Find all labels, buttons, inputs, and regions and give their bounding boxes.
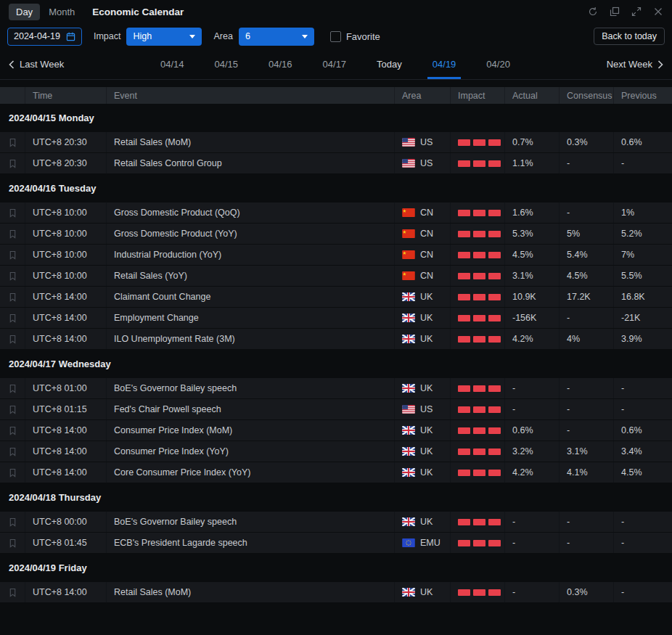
bookmark-icon[interactable] <box>9 208 17 218</box>
date-value: 2024-04-19 <box>14 31 60 41</box>
event-row[interactable]: UTC+8 14:00Claimant Count ChangeUK10.9K1… <box>0 287 672 308</box>
consensus-value: 5.4% <box>559 245 613 265</box>
event-row[interactable]: UTC+8 10:00Gross Domestic Product (YoY)C… <box>0 224 672 245</box>
bookmark-icon[interactable] <box>9 384 17 393</box>
previous-value: 16.8K <box>613 287 672 307</box>
event-time: UTC+8 14:00 <box>25 329 106 349</box>
last-week-button[interactable]: Last Week <box>9 59 64 70</box>
bookmark-icon[interactable] <box>9 468 17 478</box>
event-row[interactable]: UTC+8 01:00BoE's Governor Bailey speechU… <box>0 378 672 399</box>
event-row[interactable]: UTC+8 20:30Retail Sales (MoM)US0.7%0.3%0… <box>0 132 672 153</box>
event-name: BoE's Governor Bailey speech <box>106 378 394 398</box>
refresh-icon[interactable] <box>588 7 598 17</box>
impact-select-value: High <box>133 31 152 41</box>
favorite-checkbox[interactable] <box>330 31 341 42</box>
bookmark-icon[interactable] <box>9 159 17 168</box>
impact-select[interactable]: High <box>126 28 202 46</box>
event-time: UTC+8 14:00 <box>25 287 106 307</box>
previous-value: 5.2% <box>613 224 672 244</box>
event-time: UTC+8 14:00 <box>25 420 106 441</box>
consensus-value: 0.3% <box>559 132 613 152</box>
event-area: CN <box>394 266 450 286</box>
bookmark-icon[interactable] <box>9 292 17 302</box>
event-name: Consumer Price Index (MoM) <box>106 420 394 441</box>
event-row[interactable]: UTC+8 14:00Consumer Price Index (MoM)UK0… <box>0 420 672 441</box>
day-tab-04-15[interactable]: 04/15 <box>209 49 243 79</box>
event-row[interactable]: UTC+8 14:00Retail Sales (MoM)UK-0.3%- <box>0 582 672 603</box>
bookmark-icon[interactable] <box>9 138 17 147</box>
day-tab-04-19[interactable]: 04/19 <box>427 49 462 79</box>
day-tab-today[interactable]: Today <box>372 49 407 79</box>
favorite-toggle[interactable]: Favorite <box>330 31 380 42</box>
consensus-value: 0.3% <box>559 582 613 602</box>
consensus-value: 5% <box>559 224 613 244</box>
event-row[interactable]: UTC+8 00:00BoE's Governor Bailey speechU… <box>0 512 672 533</box>
bookmark-icon[interactable] <box>9 588 17 597</box>
flag-uk-icon <box>402 384 415 393</box>
event-row[interactable]: UTC+8 14:00Consumer Price Index (YoY)UK3… <box>0 441 672 462</box>
impact-indicator <box>450 512 504 532</box>
event-row[interactable]: UTC+8 14:00Core Consumer Price Index (Yo… <box>0 462 672 483</box>
actual-value: 1.1% <box>504 153 559 173</box>
event-row[interactable]: UTC+8 20:30Retail Sales Control GroupUS1… <box>0 153 672 174</box>
event-area: UK <box>394 512 450 532</box>
previous-value: 0.6% <box>613 132 672 152</box>
flag-uk-icon <box>402 468 415 477</box>
date-picker[interactable]: 2024-04-19 <box>7 28 82 46</box>
day-tab-04-20[interactable]: 04/20 <box>481 49 515 79</box>
event-row[interactable]: UTC+8 10:00Gross Domestic Product (QoQ)C… <box>0 202 672 224</box>
bookmark-icon[interactable] <box>9 271 17 281</box>
popout-icon[interactable] <box>610 7 620 17</box>
bookmark-icon[interactable] <box>9 229 17 239</box>
impact-indicator <box>450 441 504 462</box>
previous-value: -21K <box>613 308 672 328</box>
bookmark-icon[interactable] <box>9 405 17 414</box>
event-area: US <box>394 132 450 152</box>
week-days: 04/1404/1504/1604/17Today04/1904/20 <box>64 49 606 79</box>
event-row[interactable]: UTC+8 14:00Employment ChangeUK-156K--21K <box>0 308 672 329</box>
event-area: CN <box>394 224 450 244</box>
flag-cn-icon <box>402 208 415 217</box>
close-icon[interactable] <box>653 7 663 17</box>
bookmark-icon[interactable] <box>9 426 17 435</box>
tab-day[interactable]: Day <box>9 4 40 20</box>
event-name: Core Consumer Price Index (YoY) <box>106 462 394 483</box>
day-tab-04-17[interactable]: 04/17 <box>318 49 352 79</box>
tab-month[interactable]: Month <box>41 4 82 20</box>
area-select[interactable]: 6 <box>239 28 314 46</box>
next-week-button[interactable]: Next Week <box>607 59 663 70</box>
table-header: TimeEventAreaImpactActualConsensusPrevio… <box>0 87 672 104</box>
event-area: CN <box>394 245 450 265</box>
consensus-value: 4% <box>559 329 613 349</box>
event-row[interactable]: UTC+8 14:00ILO Unemployment Rate (3M)UK4… <box>0 329 672 350</box>
event-row[interactable]: UTC+8 01:15Fed's Chair Powell speechUS--… <box>0 399 672 420</box>
bookmark-icon[interactable] <box>9 538 17 548</box>
impact-indicator <box>450 378 504 398</box>
event-area: UK <box>394 378 450 398</box>
actual-value: - <box>504 533 559 553</box>
event-row[interactable]: UTC+8 01:45ECB's President Lagarde speec… <box>0 533 672 554</box>
day-tab-04-14[interactable]: 04/14 <box>155 49 189 79</box>
event-row[interactable]: UTC+8 10:00Retail Sales (YoY)CN3.1%4.5%5… <box>0 266 672 287</box>
column-header-time: Time <box>25 87 106 104</box>
previous-value: 7% <box>613 245 672 265</box>
event-name: ILO Unemployment Rate (3M) <box>106 329 394 349</box>
impact-indicator <box>450 308 504 328</box>
date-group-header: 2024/04/19 Friday <box>0 554 672 582</box>
event-area: UK <box>394 329 450 349</box>
event-time: UTC+8 01:45 <box>25 533 106 553</box>
expand-icon[interactable] <box>631 7 642 17</box>
bookmark-icon[interactable] <box>9 517 17 527</box>
event-time: UTC+8 01:00 <box>25 378 106 398</box>
bookmark-icon[interactable] <box>9 250 17 260</box>
event-row[interactable]: UTC+8 10:00Industrial Production (YoY)CN… <box>0 245 672 266</box>
previous-value: 3.4% <box>613 441 672 462</box>
back-to-today-button[interactable]: Back to today <box>594 28 665 45</box>
bookmark-icon[interactable] <box>9 335 17 344</box>
date-group-header: 2024/04/15 Monday <box>0 104 672 132</box>
day-tab-04-16[interactable]: 04/16 <box>263 49 298 79</box>
bookmark-icon[interactable] <box>9 314 17 323</box>
event-name: Employment Change <box>106 308 394 328</box>
previous-value: - <box>613 533 672 553</box>
bookmark-icon[interactable] <box>9 447 17 456</box>
